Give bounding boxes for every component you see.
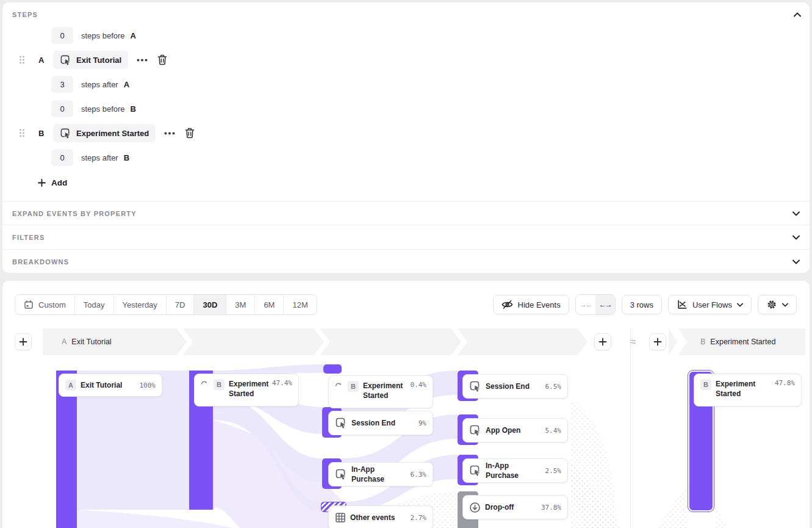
collapse-columns-button[interactable]: →← [576, 295, 595, 314]
add-step-label: Add [51, 178, 67, 187]
add-column-before-b-button[interactable] [649, 333, 666, 350]
add-column-before-a-button[interactable] [15, 333, 32, 350]
range-label: Custom [38, 300, 66, 309]
range-3m[interactable]: 3M [226, 295, 254, 314]
range-yesterday[interactable]: Yesterday [113, 295, 166, 314]
section-expand-events-by-property[interactable]: EXPAND EVENTS BY PROPERTY [2, 201, 810, 225]
add-column-after-a-button[interactable] [594, 333, 611, 350]
step-badge: B [348, 381, 359, 392]
plus-icon [598, 338, 607, 346]
range-12m[interactable]: 12M [283, 295, 316, 314]
band-a-exit-tutorial[interactable]: A Exit Tutorial [43, 328, 587, 355]
step-b-event-name: Experiment Started [76, 129, 149, 138]
node-percent: 5.4% [545, 427, 562, 435]
flow-node-in-app-purchase-2[interactable]: In-App Purchase 2.5% [462, 458, 568, 483]
step-a-event-selector[interactable]: Exit Tutorial [53, 51, 128, 69]
rows-count-button[interactable]: 3 rows [622, 295, 662, 314]
steps-before-a-input[interactable]: 0 [51, 27, 73, 44]
flow-node-exit-tutorial[interactable]: A Exit Tutorial 100% [59, 374, 162, 397]
eye-off-icon [501, 300, 513, 309]
plus-icon [19, 338, 27, 346]
expand-columns-button[interactable]: ←→ [595, 295, 615, 314]
flow-node-app-open[interactable]: App Open 5.4% [462, 418, 568, 443]
view-type-dropdown[interactable]: User Flows [668, 295, 752, 314]
collapse-steps-button[interactable] [794, 12, 801, 17]
step-badge: B [214, 379, 225, 390]
step-ref-a: A [124, 80, 129, 89]
step-a-delete-button[interactable] [157, 54, 167, 65]
flow-node-session-end[interactable]: Session End 9% [328, 411, 433, 435]
chevron-down-icon [792, 211, 800, 216]
flow-node-in-app-purchase[interactable]: In-App Purchase 6.3% [328, 462, 433, 486]
trash-icon [185, 128, 195, 139]
node-label: In-App Purchase [486, 461, 541, 480]
node-label: Experiment Started [229, 379, 268, 399]
node-label: Session End [351, 418, 414, 428]
flow-node-experiment-started-end[interactable]: B Experiment Started 47.8% [694, 374, 802, 407]
band-b-experiment-started[interactable]: B Experiment Started [678, 328, 805, 355]
node-label: Exit Tutorial [81, 380, 135, 390]
node-percent: 47.4% [272, 379, 292, 387]
node-percent: 2.7% [411, 514, 427, 522]
section-filters[interactable]: FILTERS [2, 225, 810, 249]
chevron-down-icon [737, 303, 743, 307]
section-breakdowns[interactable]: BREAKDOWNS [2, 249, 810, 273]
step-b-letter: B [38, 129, 46, 138]
range-today[interactable]: Today [74, 295, 113, 314]
steps-after-b-row: 0 steps after B [51, 149, 129, 166]
step-a-more-options-button[interactable] [137, 59, 148, 62]
band-separator-chevron [451, 328, 467, 355]
flow-canvas: A Exit Tutorial 100% B Experiment Starte… [2, 355, 810, 528]
flow-node-experiment-started-47[interactable]: B Experiment Started 47.4% [194, 374, 299, 407]
flow-node-other-events[interactable]: Other events 2.7% [328, 505, 433, 528]
node-percent: 6.3% [411, 471, 427, 479]
plus-icon [653, 338, 662, 346]
range-30d[interactable]: 30D [193, 295, 226, 314]
chevron-down-icon [792, 235, 800, 240]
range-7d[interactable]: 7D [166, 295, 194, 314]
drag-handle-icon[interactable] [19, 56, 25, 64]
flows-panel: Custom Today Yesterday 7D 30D 3M 6M 12M … [2, 281, 810, 528]
step-b-more-options-button[interactable] [164, 132, 175, 135]
node-label: Drop-off [485, 502, 537, 512]
steps-after-a-input[interactable]: 3 [51, 76, 73, 93]
flow-node-experiment-started-04[interactable]: B Experiment Started 0.4% [328, 375, 433, 408]
event-click-icon [335, 417, 347, 429]
band-b-label: Experiment Started [710, 338, 775, 346]
chevron-up-icon [794, 12, 801, 17]
flow-node-drop-off[interactable]: Drop-off 37.8% [462, 495, 568, 519]
steps-before-b-row: 0 steps before B [51, 100, 136, 117]
step-a-letter: A [38, 56, 46, 65]
steps-before-b-input[interactable]: 0 [51, 100, 73, 117]
band-a-label: Exit Tutorial [71, 338, 111, 346]
more-options-icon [137, 59, 148, 62]
steps-after-b-input[interactable]: 0 [51, 149, 73, 166]
node-label: Session End [486, 382, 541, 391]
hide-events-label: Hide Events [518, 300, 561, 309]
add-step-button[interactable]: Add [38, 176, 67, 189]
step-ref-a: A [131, 31, 136, 40]
step-badge: B [700, 379, 711, 390]
step-b-delete-button[interactable] [185, 128, 195, 139]
steps-before-a-row: 0 steps before A [51, 27, 136, 44]
chevron-down-icon [782, 303, 788, 307]
event-click-icon [335, 468, 347, 480]
anywhere-order-icon [335, 381, 343, 387]
flow-node-session-end-2[interactable]: Session End 6.5% [462, 374, 568, 399]
settings-dropdown[interactable] [758, 295, 797, 314]
range-custom[interactable]: Custom [15, 295, 74, 314]
section-label: FILTERS [12, 234, 45, 241]
node-chip-experiment-started[interactable] [323, 364, 342, 374]
node-label: In-App Purchase [351, 465, 406, 484]
hide-events-button[interactable]: Hide Events [493, 295, 569, 314]
plus-icon [38, 179, 46, 187]
step-ref-b: B [131, 104, 136, 114]
range-6m[interactable]: 6M [254, 295, 283, 314]
calendar-icon [24, 300, 34, 309]
drag-handle-icon[interactable] [19, 129, 25, 137]
trash-icon [157, 54, 167, 65]
steps-panel-header: STEPS [12, 7, 801, 22]
user-flows-icon [677, 299, 688, 310]
band-a-letter: A [62, 338, 66, 346]
step-b-event-selector[interactable]: Experiment Started [53, 124, 156, 142]
